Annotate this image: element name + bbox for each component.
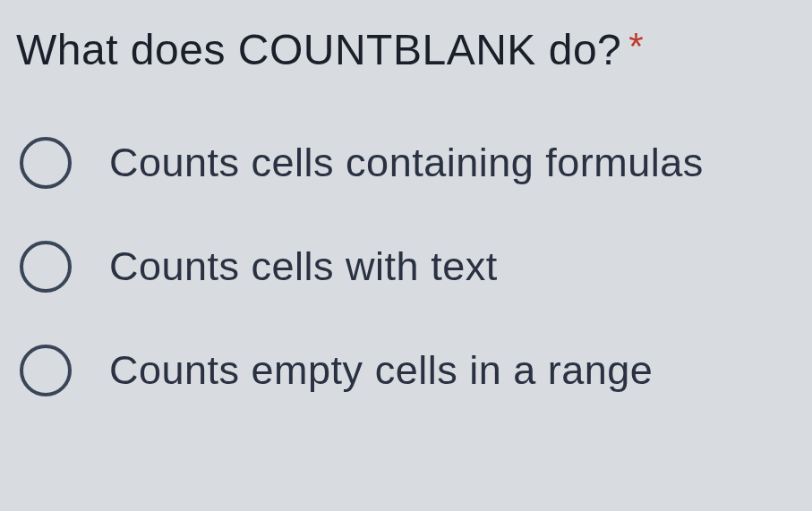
question-title: What does COUNTBLANK do?* [16,25,796,74]
required-asterisk: * [628,25,644,67]
option-row-1[interactable]: Counts cells with text [20,241,796,293]
options-list: Counts cells containing formulas Counts … [16,137,796,396]
question-block: What does COUNTBLANK do?* Counts cells c… [16,25,796,396]
question-text: What does COUNTBLANK do? [16,26,621,73]
radio-icon[interactable] [20,137,72,189]
option-label: Counts empty cells in a range [109,347,653,394]
option-row-2[interactable]: Counts empty cells in a range [20,345,796,396]
option-row-0[interactable]: Counts cells containing formulas [20,137,796,189]
radio-icon[interactable] [20,345,72,396]
radio-icon[interactable] [20,241,72,293]
option-label: Counts cells containing formulas [109,140,704,186]
option-label: Counts cells with text [109,243,498,290]
